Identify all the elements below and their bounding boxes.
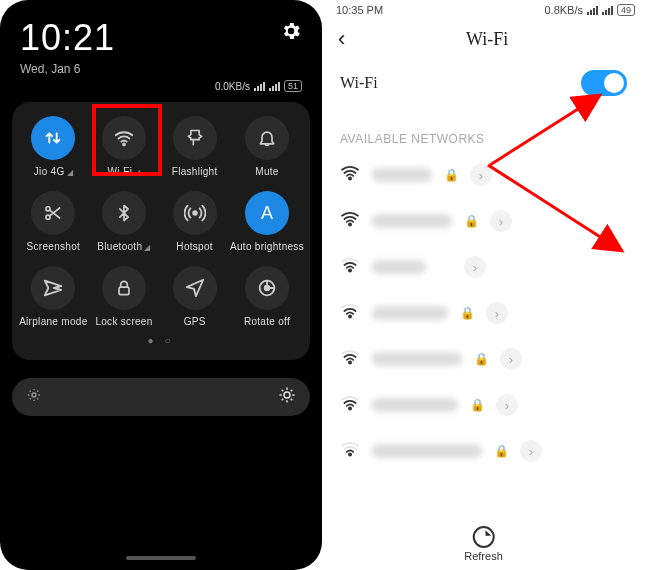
tile-label: Airplane mode: [19, 316, 87, 327]
svg-point-11: [349, 269, 351, 271]
wifi-signal-icon: [340, 395, 360, 415]
quick-settings-screen: 10:21 Wed, Jan 6 0.0KB/s 51 Jio 4G◢Wi-Fi…: [0, 0, 322, 570]
qs-tile-gps[interactable]: GPS: [159, 266, 230, 327]
qs-tile-wi-fi[interactable]: Wi-Fi◢: [89, 116, 160, 177]
svg-rect-4: [119, 287, 129, 295]
page-indicator: ● ○: [18, 335, 304, 346]
refresh-button[interactable]: Refresh: [464, 526, 503, 562]
wifi-signal-icon: [340, 441, 360, 461]
chevron-right-icon[interactable]: ›: [490, 210, 512, 232]
qs-tile-lock-screen[interactable]: Lock screen: [89, 266, 160, 327]
svg-point-12: [349, 315, 351, 317]
hotspot-icon: [173, 191, 217, 235]
scissors-icon: [31, 191, 75, 235]
available-networks-label: AVAILABLE NETWORKS: [322, 110, 645, 152]
chevron-right-icon[interactable]: ›: [520, 440, 542, 462]
svg-point-14: [349, 407, 351, 409]
tile-label: Mute: [255, 166, 278, 177]
tile-label: Flashlight: [172, 166, 218, 177]
battery-badge: 51: [284, 80, 302, 92]
qs-tile-screenshot[interactable]: Screenshot: [18, 191, 89, 252]
svg-point-9: [349, 177, 351, 179]
qs-tile-auto-brightness[interactable]: AAuto brightness: [230, 191, 304, 252]
chevron-right-icon[interactable]: ›: [464, 256, 486, 278]
tile-label: Screenshot: [27, 241, 81, 252]
chevron-right-icon[interactable]: ›: [470, 164, 492, 186]
settings-button[interactable]: [280, 20, 302, 46]
svg-point-3: [193, 211, 197, 215]
tile-label: Bluetooth◢: [97, 241, 150, 252]
brightness-high-icon: [278, 386, 296, 408]
svg-point-0: [123, 144, 125, 146]
data-icon: [31, 116, 75, 160]
svg-point-15: [349, 453, 351, 455]
qs-tile-jio-4g[interactable]: Jio 4G◢: [18, 116, 89, 177]
qs-tile-hotspot[interactable]: Hotspot: [159, 191, 230, 252]
svg-point-7: [32, 393, 36, 397]
network-name-blurred: [372, 398, 458, 412]
network-name-blurred: [372, 306, 448, 320]
tile-label: Auto brightness: [230, 241, 304, 252]
gps-icon: [173, 266, 217, 310]
lock-icon: 🔒: [494, 444, 508, 458]
chevron-right-icon[interactable]: ›: [500, 348, 522, 370]
network-list: 🔒›🔒››🔒›🔒›🔒›🔒›: [322, 152, 645, 474]
wifi-toggle[interactable]: [581, 70, 627, 96]
status-bar-left: 0.0KB/s 51: [12, 76, 310, 92]
wifi-signal-icon: [340, 165, 360, 185]
wifi-signal-icon: [340, 303, 360, 323]
network-row[interactable]: 🔒›: [322, 152, 645, 198]
data-rate: 0.8KB/s: [544, 4, 583, 16]
date-text: Wed, Jan 6: [20, 62, 115, 76]
chevron-right-icon[interactable]: ›: [496, 394, 518, 416]
A-icon: A: [245, 191, 289, 235]
network-row[interactable]: ›: [322, 244, 645, 290]
network-row[interactable]: 🔒›: [322, 290, 645, 336]
clock-time: 10:21: [20, 20, 115, 56]
status-time: 10:35 PM: [336, 4, 383, 16]
status-bar-right: 10:35 PM 0.8KB/s 49: [322, 0, 645, 16]
network-row[interactable]: 🔒›: [322, 198, 645, 244]
battery-badge: 49: [617, 4, 635, 16]
network-name-blurred: [372, 444, 482, 458]
network-row[interactable]: 🔒›: [322, 382, 645, 428]
tile-label: Wi-Fi◢: [107, 166, 140, 177]
qs-tile-rotate-off[interactable]: Rotate off: [230, 266, 304, 327]
plane-icon: [31, 266, 75, 310]
lock-icon: 🔒: [470, 398, 484, 412]
network-row[interactable]: 🔒›: [322, 428, 645, 474]
network-name-blurred: [372, 168, 432, 182]
sim-icon: [587, 5, 598, 15]
quick-settings-panel: Jio 4G◢Wi-Fi◢FlashlightMuteScreenshotBlu…: [12, 102, 310, 360]
wifi-settings-screen: 10:35 PM 0.8KB/s 49 ‹ Wi-Fi Wi-Fi AVAILA…: [322, 0, 645, 570]
data-rate: 0.0KB/s: [215, 81, 250, 92]
back-button[interactable]: ‹: [338, 26, 345, 52]
tile-label: GPS: [184, 316, 206, 327]
bell-icon: [245, 116, 289, 160]
lock-icon: 🔒: [464, 214, 478, 228]
wifi-toggle-label: Wi-Fi: [340, 74, 378, 92]
svg-point-13: [349, 361, 351, 363]
brightness-slider[interactable]: [12, 378, 310, 416]
qs-tile-airplane-mode[interactable]: Airplane mode: [18, 266, 89, 327]
network-name-blurred: [372, 352, 462, 366]
refresh-icon: [473, 526, 495, 548]
svg-point-10: [349, 223, 351, 225]
bt-icon: [102, 191, 146, 235]
qs-tile-mute[interactable]: Mute: [230, 116, 304, 177]
tile-label: Rotate off: [244, 316, 290, 327]
brightness-low-icon: [26, 387, 42, 407]
network-name-blurred: [372, 214, 452, 228]
tile-label: Jio 4G◢: [34, 166, 73, 177]
wifi-signal-icon: [340, 211, 360, 231]
chevron-right-icon[interactable]: ›: [486, 302, 508, 324]
gear-icon: [280, 20, 302, 42]
qs-tile-flashlight[interactable]: Flashlight: [159, 116, 230, 177]
flash-icon: [173, 116, 217, 160]
sim-icon: [254, 81, 265, 91]
lock-icon: 🔒: [474, 352, 488, 366]
wifi-signal-icon: [340, 349, 360, 369]
network-row[interactable]: 🔒›: [322, 336, 645, 382]
qs-tile-bluetooth[interactable]: Bluetooth◢: [89, 191, 160, 252]
svg-point-6: [265, 286, 270, 291]
